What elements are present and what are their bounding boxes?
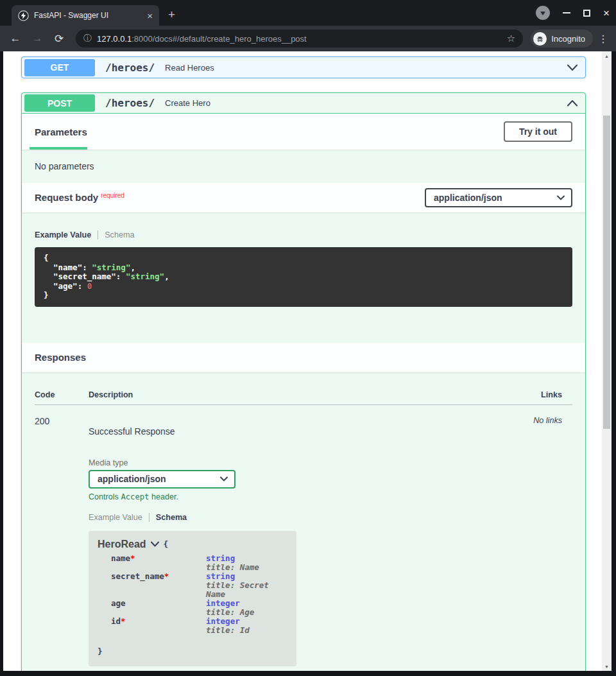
scroll-up-icon[interactable]: ▲ (602, 51, 612, 60)
response-media-type-select[interactable]: application/json (89, 470, 235, 489)
model-property: age integertitle: Age (111, 599, 287, 617)
no-parameters-text: No parameters (22, 150, 585, 183)
site-info-icon[interactable]: ⓘ (83, 33, 92, 44)
parameters-title: Parameters (35, 126, 87, 137)
url-text[interactable]: 127.0.0.1:8000/docs#/default/create_hero… (97, 34, 502, 44)
request-media-type-value: application/json (434, 193, 502, 203)
scroll-down-icon[interactable]: ▼ (602, 662, 612, 671)
browser-chevron-button[interactable] (536, 6, 550, 20)
tab-parameters[interactable]: Parameters (35, 114, 87, 150)
tab-close-icon[interactable]: × (147, 11, 153, 21)
tab-separator (98, 230, 98, 239)
code-line: "secret_name": "string", (44, 272, 563, 282)
get-summary-row[interactable]: GET /heroes/ Read Heroes (22, 57, 585, 78)
opblock-get-heroes: GET /heroes/ Read Heroes (21, 56, 586, 78)
tab-schema[interactable]: Schema (156, 513, 187, 522)
opblock-post-heroes: POST /heroes/ Create Hero Parameters Try… (21, 92, 586, 671)
chevron-down-icon[interactable] (567, 64, 578, 71)
get-path: /heroes/ (105, 62, 155, 74)
post-method-badge: POST (24, 94, 95, 112)
media-type-label: Media type (89, 458, 511, 467)
col-header-links: Links (511, 390, 562, 399)
chevron-down-icon (540, 12, 545, 15)
model-property: secret_name* stringtitle: Secret Name (111, 572, 287, 599)
accept-header-note: Controls Accept header. (89, 492, 511, 501)
incognito-icon (533, 32, 547, 46)
url-host: 127.0.0.1 (97, 34, 132, 44)
forward-button[interactable]: → (28, 32, 46, 45)
tab-schema[interactable]: Schema (105, 230, 134, 239)
post-summary-text: Create Hero (165, 98, 210, 108)
model-box-heroread: HeroRead { name* stringtitle: Name (89, 531, 296, 666)
maximize-button[interactable] (583, 10, 590, 17)
get-summary-text: Read Heroes (165, 63, 214, 73)
chevron-down-icon (220, 476, 228, 481)
scrollbar-thumb[interactable] (603, 116, 610, 429)
url-bar[interactable]: ⓘ 127.0.0.1:8000/docs#/default/create_he… (76, 30, 523, 48)
required-star: * (164, 571, 169, 581)
code-line: "age": 0 (44, 282, 563, 291)
get-method-badge: GET (24, 59, 95, 76)
tab-example-value[interactable]: Example Value (89, 513, 142, 522)
new-tab-button[interactable]: + (168, 8, 175, 22)
page-scrollbar[interactable]: ▲ ▼ (602, 51, 612, 671)
code-line: { (44, 254, 563, 263)
reload-button[interactable]: ⟳ (50, 32, 68, 46)
responses-title: Responses (35, 352, 86, 363)
post-summary-row[interactable]: POST /heroes/ Create Hero (22, 93, 585, 114)
browser-menu-icon[interactable]: ⋮ (597, 33, 610, 45)
request-body-section-header: Request bodyrequired application/json (22, 183, 585, 212)
required-star: * (121, 616, 126, 626)
browser-tab-strip: FastAPI - Swagger UI × + × (0, 0, 616, 26)
responses-table-header: Code Description Links (35, 390, 572, 405)
request-example-code: { "name": "string", "secret_name": "stri… (35, 247, 572, 307)
model-property: name* stringtitle: Name (111, 554, 287, 572)
tab-example-value[interactable]: Example Value (35, 230, 91, 239)
back-button[interactable]: ← (6, 32, 24, 45)
chevron-up-icon[interactable] (567, 100, 578, 107)
browser-toolbar: ← → ⟳ ⓘ 127.0.0.1:8000/docs#/default/cre… (0, 26, 616, 51)
bookmark-star-icon[interactable]: ☆ (507, 33, 515, 44)
model-title[interactable]: HeroRead (98, 539, 146, 550)
request-media-type-select[interactable]: application/json (425, 188, 572, 207)
fastapi-favicon-icon (18, 10, 29, 21)
swagger-page: ▲ ▼ GET /heroes/ Read Heroes POST /heroe… (3, 51, 612, 671)
try-it-out-button[interactable]: Try it out (504, 121, 572, 142)
chevron-down-icon (557, 195, 565, 200)
window-close-button[interactable]: × (603, 8, 610, 19)
model-toggle-chevron-icon[interactable] (151, 541, 159, 547)
col-header-description: Description (89, 390, 511, 399)
parameters-section-header: Parameters Try it out (22, 114, 585, 150)
url-path: :8000/docs#/default/create_hero_heroes__… (132, 34, 306, 44)
response-code: 200 (35, 416, 89, 666)
tab-title: FastAPI - Swagger UI (34, 11, 142, 20)
incognito-label: Incognito (551, 34, 585, 44)
code-line: "name": "string", (44, 263, 563, 273)
minimize-button[interactable] (563, 12, 570, 13)
response-links: No links (511, 416, 562, 666)
responses-section-header: Responses (22, 343, 585, 372)
col-header-code: Code (35, 390, 89, 399)
request-body-area: Example Value Schema { "name": "string",… (22, 212, 585, 343)
model-close-brace: } (98, 646, 287, 656)
responses-area: Code Description Links 200 Successful Re… (22, 372, 585, 672)
response-media-type-value: application/json (98, 474, 166, 484)
incognito-badge: Incognito (531, 30, 593, 48)
response-description: Successful Response (89, 426, 511, 437)
tab-separator (149, 513, 150, 522)
required-badge: required (101, 192, 124, 199)
model-open-brace: { (164, 539, 169, 549)
code-line: } (44, 291, 563, 300)
required-star: * (130, 553, 135, 563)
post-path: /heroes/ (105, 97, 155, 109)
response-row-200: 200 Successful Response Media type appli… (35, 405, 572, 666)
request-body-title: Request body (35, 192, 98, 203)
model-property: id* integertitle: Id (111, 617, 287, 635)
browser-tab[interactable]: FastAPI - Swagger UI × (12, 5, 159, 26)
